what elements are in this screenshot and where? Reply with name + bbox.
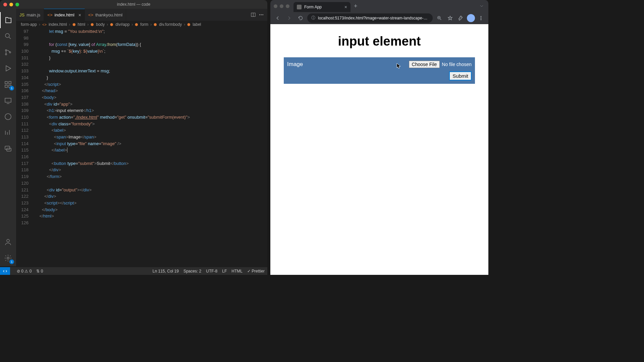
breadcrumb-item[interactable]: html [78,22,86,27]
svg-point-1 [5,50,7,51]
search-icon[interactable] [0,28,16,44]
extensions-puzzle-icon[interactable] [456,13,466,23]
tab-mainjs[interactable]: JSmain.js [16,9,44,21]
window-title: index.html — code [117,2,150,7]
page-heading: input element [284,34,475,49]
eol-status[interactable]: LF [222,269,227,274]
breadcrumb[interactable]: form-app› <>index.html› ⬢html› ⬢body› ⬢d… [16,21,267,28]
profile-avatar[interactable] [467,14,475,22]
svg-rect-6 [5,85,7,87]
testing-icon[interactable] [0,109,16,125]
submit-button[interactable]: Submit [449,71,472,80]
svg-point-15 [259,14,260,15]
new-tab-button[interactable]: + [351,3,361,10]
rendered-page: input element Image Choose File No file … [270,24,488,275]
code-lines[interactable]: let msg = "You submitted:\n"; for (const… [35,28,267,266]
field-label: Image [287,61,303,68]
breadcrumb-item[interactable]: form-app [21,22,37,27]
remote-icon[interactable] [0,93,16,109]
maximize-window-button[interactable] [286,4,289,8]
zoom-icon[interactable] [435,13,444,23]
titlebar: index.html — code [0,0,267,9]
breadcrumb-item[interactable]: div.formbody [159,22,182,27]
close-tab-icon[interactable]: × [78,12,81,18]
svg-point-17 [263,14,263,15]
svg-point-2 [5,54,7,55]
favicon [297,5,302,9]
breadcrumb-item[interactable]: label [193,22,201,27]
indent-status[interactable]: Spaces: 2 [183,269,201,274]
account-icon[interactable] [0,234,16,250]
status-bar: ⊘ 0 ⚠ 0 ⇅ 0 Ln 115, Col 19 Spaces: 2 UTF… [0,267,267,275]
html-file-icon: <> [88,12,93,17]
chrome-menu-icon[interactable] [476,13,486,23]
site-info-icon[interactable]: ⓘ [311,15,315,21]
run-debug-icon[interactable] [0,60,16,76]
ports-status[interactable]: ⇅ 0 [36,269,43,274]
svg-point-0 [5,34,9,38]
url-text: localhost:5173/index.html?image=water-st… [318,16,429,20]
tab-label: main.js [26,12,40,17]
svg-point-21 [481,19,481,20]
svg-rect-10 [5,146,10,149]
problems-status[interactable]: ⊘ 0 ⚠ 0 [17,269,32,274]
tab-label: thankyou.html [95,12,122,17]
cursor-position[interactable]: Ln 115, Col 19 [153,269,179,274]
bookmark-icon[interactable] [445,13,455,23]
language-status[interactable]: HTML [231,269,243,274]
js-file-icon: JS [19,12,24,17]
extensions-icon[interactable]: 1 [0,76,16,93]
timeline-icon[interactable] [0,125,16,141]
tab-label: index.html [55,12,74,17]
choose-file-button[interactable]: Choose File [409,61,440,68]
editor-tabs: JSmain.js <>index.html× <>thankyou.html [16,9,267,21]
forward-button[interactable] [284,13,294,23]
extensions-badge: 1 [9,86,14,90]
chrome-tabstrip: Form App × + [270,0,488,12]
html-file-icon: <> [47,12,52,17]
breadcrumb-item[interactable]: div#app [115,22,129,27]
encoding-status[interactable]: UTF-8 [206,269,217,274]
breadcrumb-item[interactable]: body [96,22,105,27]
address-bar[interactable]: ⓘ localhost:5173/index.html?image=water-… [307,13,433,23]
split-editor-icon[interactable] [251,12,256,17]
remote-indicator[interactable] [0,267,10,275]
chevron-down-icon[interactable] [479,3,488,9]
file-status-text: No file chosen [442,62,472,67]
code-editor[interactable]: 9798991001011021031041051061071081091101… [16,28,267,266]
svg-rect-5 [9,81,11,84]
tab-title: Form App [304,5,322,9]
comments-icon[interactable] [0,141,16,157]
close-window-button[interactable] [274,4,277,8]
svg-point-16 [261,14,262,15]
minimize-window-button[interactable] [280,4,283,8]
browser-tab[interactable]: Form App × [293,2,351,12]
tab-indexhtml[interactable]: <>index.html× [44,9,85,21]
reload-button[interactable] [296,13,305,23]
minimize-window-button[interactable] [9,3,13,6]
breadcrumb-item[interactable]: index.html [49,22,67,27]
source-control-icon[interactable] [0,44,16,60]
more-actions-icon[interactable] [259,12,264,17]
breadcrumb-item[interactable]: form [140,22,148,27]
close-window-button[interactable] [3,3,7,6]
svg-point-20 [481,18,481,18]
svg-rect-8 [5,98,11,102]
explorer-icon[interactable] [0,12,16,28]
activity-bar: 1 1 [0,9,16,266]
svg-rect-4 [5,81,7,84]
maximize-window-button[interactable] [15,3,19,6]
svg-point-9 [5,114,11,120]
settings-badge: 1 [9,259,14,264]
vscode-window: index.html — code 1 1 JSmain.js <>index.… [0,0,267,275]
svg-point-12 [7,239,9,242]
chrome-window: Form App × + ⓘ localhost:5173/index.html… [270,0,488,275]
form-body: Image Choose File No file chosen Submit [284,57,475,84]
line-numbers: 9798991001011021031041051061071081091101… [16,28,35,266]
gear-icon[interactable]: 1 [0,250,16,266]
back-button[interactable] [273,13,282,23]
close-tab-icon[interactable]: × [344,4,347,10]
tab-thankyouhtml[interactable]: <>thankyou.html [85,9,126,21]
chrome-toolbar: ⓘ localhost:5173/index.html?image=water-… [270,12,488,24]
formatter-status[interactable]: ✓ Prettier [247,269,265,274]
